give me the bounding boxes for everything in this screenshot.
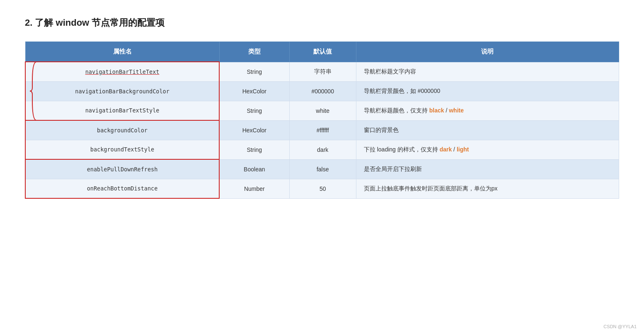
cell-default: 字符串 xyxy=(289,62,356,81)
cell-type: String xyxy=(219,101,289,120)
cell-type: HexColor xyxy=(219,120,289,140)
table-row: backgroundTextStyleStringdark下拉 loading … xyxy=(25,140,619,159)
cell-name: backgroundTextStyle xyxy=(25,140,219,159)
cell-default: #ffffff xyxy=(289,120,356,140)
table-row: navigationBarTextStyleStringwhite导航栏标题颜色… xyxy=(25,101,619,120)
table-row: enablePullDownRefreshBooleanfalse是否全局开启下… xyxy=(25,159,619,179)
cell-default: #000000 xyxy=(289,81,356,101)
cell-name: navigationBarBackgroundColor xyxy=(25,81,219,101)
cell-desc: 下拉 loading 的样式，仅支持 dark / light xyxy=(356,140,619,159)
col-header-type: 类型 xyxy=(219,42,289,62)
cell-desc: 导航栏标题颜色，仅支持 black / white xyxy=(356,101,619,120)
cell-type: Number xyxy=(219,179,289,198)
cell-name: enablePullDownRefresh xyxy=(25,159,219,179)
cell-type: String xyxy=(219,140,289,159)
cell-name: backgroundColor xyxy=(25,120,219,140)
config-table: 属性名 类型 默认值 说明 navigationBarTitleTextStri… xyxy=(25,41,619,199)
cell-name: onReachBottomDistance xyxy=(25,179,219,198)
page-title: 2. 了解 window 节点常用的配置项 xyxy=(25,17,619,29)
table-row: navigationBarBackgroundColorHexColor#000… xyxy=(25,81,619,101)
cell-default: false xyxy=(289,159,356,179)
cell-type: String xyxy=(219,62,289,81)
cell-desc: 窗口的背景色 xyxy=(356,120,619,140)
cell-name: navigationBarTextStyle xyxy=(25,101,219,120)
table-row: onReachBottomDistanceNumber50页面上拉触底事件触发时… xyxy=(25,179,619,198)
cell-desc: 是否全局开启下拉刷新 xyxy=(356,159,619,179)
cell-default: white xyxy=(289,101,356,120)
table-container: 属性名 类型 默认值 说明 navigationBarTitleTextStri… xyxy=(25,41,619,199)
cell-desc: 导航栏背景颜色，如 #000000 xyxy=(356,81,619,101)
cell-desc: 导航栏标题文字内容 xyxy=(356,62,619,81)
table-row: backgroundColorHexColor#ffffff窗口的背景色 xyxy=(25,120,619,140)
table-header-row: 属性名 类型 默认值 说明 xyxy=(25,42,619,62)
cell-name: navigationBarTitleText xyxy=(25,62,219,81)
cell-default: dark xyxy=(289,140,356,159)
cell-default: 50 xyxy=(289,179,356,198)
col-header-name: 属性名 xyxy=(25,42,219,62)
col-header-desc: 说明 xyxy=(356,42,619,62)
cell-desc: 页面上拉触底事件触发时距页面底部距离，单位为px xyxy=(356,179,619,198)
table-row: navigationBarTitleTextString字符串导航栏标题文字内容 xyxy=(25,62,619,81)
cell-type: Boolean xyxy=(219,159,289,179)
col-header-default: 默认值 xyxy=(289,42,356,62)
cell-type: HexColor xyxy=(219,81,289,101)
